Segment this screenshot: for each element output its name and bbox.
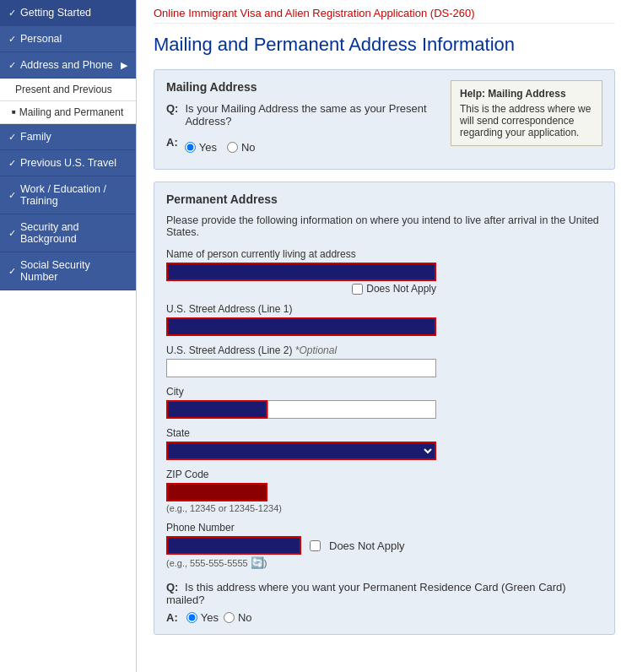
sidebar-item-getting-started[interactable]: ✓ Getting Started bbox=[0, 0, 136, 26]
phone-icon[interactable]: 🔄 bbox=[251, 556, 264, 569]
arrow-icon: ▶ bbox=[121, 60, 127, 71]
state-label: State bbox=[166, 427, 602, 439]
mailing-question-row: Q: Is your Mailing Address the same as y… bbox=[166, 102, 439, 127]
q-label: Q: bbox=[166, 102, 178, 115]
sidebar-item-personal[interactable]: ✓ Personal bbox=[0, 26, 136, 52]
check-icon: ✓ bbox=[8, 8, 16, 19]
state-select[interactable]: Alabama Alaska Arizona California Florid… bbox=[166, 442, 436, 460]
street2-optional: *Optional bbox=[295, 344, 337, 356]
name-field-group: Name of person currently living at addre… bbox=[166, 248, 602, 295]
mailing-section-header: Mailing Address bbox=[166, 80, 439, 94]
name-does-not-apply-row: Does Not Apply bbox=[166, 283, 436, 295]
mailing-yes-radio[interactable] bbox=[185, 142, 196, 153]
name-does-not-apply-label: Does Not Apply bbox=[366, 283, 436, 295]
permanent-description: Please provide the following information… bbox=[166, 214, 602, 238]
city-input-rest[interactable] bbox=[267, 400, 436, 419]
permanent-address-panel: Permanent Address Please provide the fol… bbox=[154, 182, 615, 635]
sidebar-subitem-label: Mailing and Permanent bbox=[19, 106, 123, 118]
mailing-question: Is your Mailing Address the same as your… bbox=[185, 102, 439, 127]
page-title: Mailing and Permanent Address Informatio… bbox=[154, 34, 615, 56]
city-field-group: City bbox=[166, 386, 602, 419]
green-card-yes-label: Yes bbox=[201, 611, 219, 624]
sidebar-item-label: Family bbox=[20, 131, 51, 143]
street1-field-group: U.S. Street Address (Line 1) bbox=[166, 303, 602, 336]
green-card-answer-row: A: Yes No bbox=[166, 611, 602, 624]
phone-field-group: Phone Number Does Not Apply (e.g., 555-5… bbox=[166, 522, 602, 569]
name-input[interactable] bbox=[166, 263, 436, 281]
phone-does-not-apply-label: Does Not Apply bbox=[329, 539, 405, 552]
sidebar-item-label: Security and Background bbox=[20, 221, 127, 245]
sidebar-item-label: Personal bbox=[20, 33, 62, 45]
sidebar-item-label: Address and Phone bbox=[20, 59, 113, 71]
help-title: Help: Mailing Address bbox=[460, 88, 593, 100]
street2-field-group: U.S. Street Address (Line 2) *Optional bbox=[166, 344, 602, 377]
city-input[interactable] bbox=[166, 400, 267, 419]
mailing-help-box: Help: Mailing Address This is the addres… bbox=[451, 80, 602, 146]
phone-does-not-apply-checkbox[interactable] bbox=[310, 540, 321, 551]
sidebar-subitem-present-previous[interactable]: Present and Previous bbox=[0, 79, 136, 101]
main-content: Online Immigrant Visa and Alien Registra… bbox=[137, 0, 632, 672]
name-does-not-apply-checkbox[interactable] bbox=[352, 284, 363, 295]
sidebar-item-family[interactable]: ✓ Family bbox=[0, 124, 136, 150]
check-icon: ✓ bbox=[8, 60, 16, 71]
phone-label: Phone Number bbox=[166, 522, 602, 534]
name-label: Name of person currently living at addre… bbox=[166, 248, 602, 260]
check-icon: ✓ bbox=[8, 190, 16, 201]
green-card-q-label: Q: bbox=[166, 581, 178, 593]
green-card-no-radio[interactable] bbox=[224, 612, 235, 623]
mailing-no-option[interactable]: No bbox=[227, 141, 256, 154]
street1-label: U.S. Street Address (Line 1) bbox=[166, 303, 602, 315]
check-icon: ✓ bbox=[8, 228, 16, 239]
check-icon: ✓ bbox=[8, 266, 16, 277]
street1-input[interactable] bbox=[166, 317, 436, 336]
sidebar-item-security[interactable]: ✓ Security and Background bbox=[0, 214, 136, 252]
zip-hint: (e.g., 12345 or 12345-1234) bbox=[166, 503, 602, 513]
mailing-form: Mailing Address Q: Is your Mailing Addre… bbox=[166, 80, 439, 159]
mailing-no-radio[interactable] bbox=[227, 142, 238, 153]
green-card-question: Is this address where you want your Perm… bbox=[166, 581, 566, 606]
state-field-group: State Alabama Alaska Arizona California … bbox=[166, 427, 602, 460]
sidebar-subitem-mailing-permanent[interactable]: Mailing and Permanent bbox=[0, 101, 136, 124]
mailing-radio-group: Yes No bbox=[185, 141, 256, 154]
check-icon: ✓ bbox=[8, 158, 16, 169]
mailing-no-label: No bbox=[241, 141, 256, 154]
sidebar-item-address-phone[interactable]: ✓ Address and Phone ▶ bbox=[0, 52, 136, 79]
permanent-section-header: Permanent Address bbox=[166, 192, 602, 206]
zip-field-group: ZIP Code (e.g., 12345 or 12345-1234) bbox=[166, 469, 602, 513]
phone-hint: (e.g., 555-555-5555 🔄) bbox=[166, 556, 602, 569]
green-card-question-row: Q: Is this address where you want your P… bbox=[166, 581, 602, 606]
sidebar: ✓ Getting Started ✓ Personal ✓ Address a… bbox=[0, 0, 137, 672]
green-card-yes-option[interactable]: Yes bbox=[186, 611, 219, 624]
zip-label: ZIP Code bbox=[166, 469, 602, 480]
street2-input[interactable] bbox=[166, 359, 436, 377]
sidebar-item-label: Social Security Number bbox=[20, 259, 127, 283]
mailing-yes-option[interactable]: Yes bbox=[185, 141, 217, 154]
check-icon: ✓ bbox=[8, 34, 16, 45]
zip-input[interactable] bbox=[166, 483, 267, 501]
green-card-no-label: No bbox=[238, 611, 252, 624]
green-card-yes-radio[interactable] bbox=[186, 612, 197, 623]
mailing-yes-label: Yes bbox=[199, 141, 217, 154]
street2-label: U.S. Street Address (Line 2) *Optional bbox=[166, 344, 602, 356]
sidebar-item-label: Work / Education / Training bbox=[20, 183, 127, 207]
green-card-no-option[interactable]: No bbox=[224, 611, 252, 624]
sidebar-item-ssn[interactable]: ✓ Social Security Number bbox=[0, 252, 136, 290]
check-icon: ✓ bbox=[8, 132, 16, 143]
help-body: This is the address where we will send c… bbox=[460, 103, 593, 138]
green-card-a-label: A: bbox=[166, 611, 178, 624]
sidebar-item-previous-travel[interactable]: ✓ Previous U.S. Travel bbox=[0, 150, 136, 176]
city-label: City bbox=[166, 386, 602, 398]
a-label: A: bbox=[166, 136, 178, 149]
mailing-address-panel: Mailing Address Q: Is your Mailing Addre… bbox=[154, 69, 615, 170]
phone-row: Does Not Apply bbox=[166, 536, 602, 555]
phone-input[interactable] bbox=[166, 536, 301, 555]
sidebar-item-label: Getting Started bbox=[20, 7, 91, 19]
mailing-answer-row: A: Yes No bbox=[166, 136, 439, 154]
sidebar-item-work-education[interactable]: ✓ Work / Education / Training bbox=[0, 176, 136, 214]
app-title: Online Immigrant Visa and Alien Registra… bbox=[154, 0, 615, 24]
sidebar-item-label: Previous U.S. Travel bbox=[20, 157, 116, 169]
sidebar-subitem-label: Present and Previous bbox=[15, 84, 112, 95]
